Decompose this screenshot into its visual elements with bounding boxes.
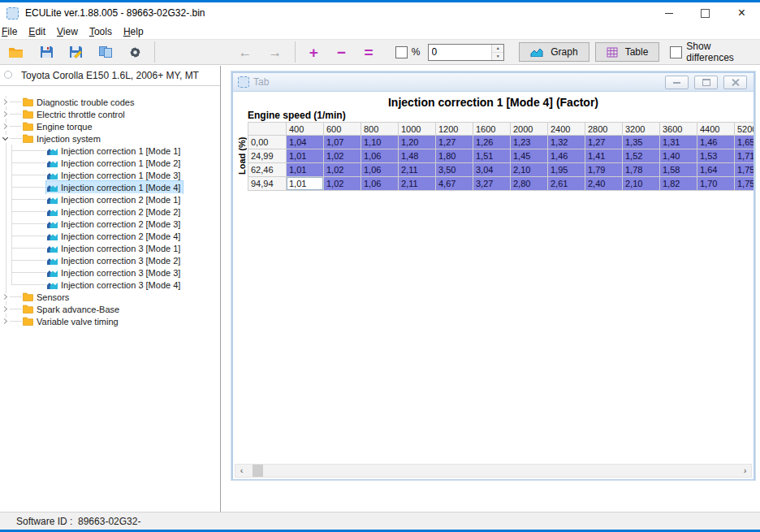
map-cell-r2c12[interactable]: 1,75 bbox=[735, 163, 754, 177]
col-header-2400[interactable]: 2400 bbox=[548, 123, 585, 136]
map-cell-r0c5[interactable]: 1,26 bbox=[473, 136, 511, 149]
map-cell-r0c8[interactable]: 1,27 bbox=[585, 136, 623, 149]
increase-button[interactable]: + bbox=[305, 43, 323, 62]
row-header-0-00[interactable]: 0,00 bbox=[248, 136, 287, 149]
expand-chevron-icon[interactable] bbox=[2, 110, 10, 119]
map-cell-r2c1[interactable]: 1,02 bbox=[324, 163, 361, 177]
tree-node-engine-torque[interactable]: Engine torque bbox=[22, 120, 95, 132]
map-cell-r1c12[interactable]: 1,71 bbox=[735, 149, 754, 163]
map-cell-r2c9[interactable]: 1,78 bbox=[623, 163, 660, 177]
row-header-94-94[interactable]: 94,94 bbox=[248, 177, 287, 191]
map-cell-r1c5[interactable]: 1,51 bbox=[473, 149, 511, 163]
tree-node-injection-correction-1-mode-2[interactable]: Injection correction 1 [Mode 2] bbox=[46, 157, 183, 169]
collapse-chevron-icon[interactable] bbox=[2, 135, 10, 143]
map-cell-r0c9[interactable]: 1,35 bbox=[623, 136, 660, 149]
tree-item-injection-correction-3-mode-1[interactable]: Injection correction 3 [Mode 1] bbox=[0, 242, 220, 254]
settings-button[interactable] bbox=[127, 44, 144, 61]
show-differences-checkbox[interactable] bbox=[670, 46, 682, 58]
map-cell-r1c2[interactable]: 1,06 bbox=[361, 149, 399, 163]
tree-item-injection-correction-3-mode-2[interactable]: Injection correction 3 [Mode 2] bbox=[0, 254, 220, 266]
map-cell-r1c0[interactable]: 1,01 bbox=[287, 149, 324, 163]
minimize-button[interactable] bbox=[650, 2, 687, 24]
tree-item-diagnostic-trouble-codes[interactable]: Diagnostic trouble codes bbox=[0, 96, 220, 108]
map-cell-r2c7[interactable]: 1,95 bbox=[548, 163, 585, 177]
map-cell-r3c7[interactable]: 2,61 bbox=[548, 177, 585, 191]
map-cell-r2c4[interactable]: 3,50 bbox=[436, 163, 473, 177]
tree-node-spark-advance-base[interactable]: Spark advance-Base bbox=[22, 303, 122, 315]
map-cell-r3c11[interactable]: 1,70 bbox=[697, 177, 735, 191]
map-cell-r0c1[interactable]: 1,07 bbox=[324, 136, 361, 149]
map-cell-r0c7[interactable]: 1,32 bbox=[548, 136, 585, 149]
forward-button[interactable]: → bbox=[266, 44, 284, 61]
tree-item-injection-correction-2-mode-2[interactable]: Injection correction 2 [Mode 2] bbox=[0, 205, 220, 218]
map-cell-r2c10[interactable]: 1,58 bbox=[660, 163, 697, 177]
map-cell-r3c12[interactable]: 1,75 bbox=[735, 177, 754, 191]
tree-node-electric-throttle-control[interactable]: Electric throttle control bbox=[22, 108, 127, 120]
tree-item-engine-torque[interactable]: Engine torque bbox=[0, 120, 220, 132]
tab-close-button[interactable] bbox=[723, 76, 747, 89]
tree-node-injection-correction-3-mode-3[interactable]: Injection correction 3 [Mode 3] bbox=[46, 266, 183, 279]
tree-node-injection-correction-1-mode-1[interactable]: Injection correction 1 [Mode 1] bbox=[46, 145, 183, 157]
map-cell-r0c11[interactable]: 1,46 bbox=[697, 136, 735, 149]
map-cell-r2c2[interactable]: 1,06 bbox=[361, 163, 399, 177]
map-cell-r3c3[interactable]: 2,11 bbox=[399, 177, 436, 191]
scroll-right-arrow[interactable]: › bbox=[739, 465, 751, 477]
expand-chevron-icon[interactable] bbox=[2, 123, 10, 131]
map-cell-r3c6[interactable]: 2,80 bbox=[511, 177, 548, 191]
tree-node-injection-correction-2-mode-2[interactable]: Injection correction 2 [Mode 2] bbox=[46, 205, 183, 218]
map-cell-r3c10[interactable]: 1,82 bbox=[660, 177, 697, 191]
tree-node-diagnostic-trouble-codes[interactable]: Diagnostic trouble codes bbox=[22, 96, 136, 108]
map-cell-r0c12[interactable]: 1,65 bbox=[735, 136, 754, 149]
col-header-4400[interactable]: 4400 bbox=[697, 123, 735, 136]
table-button[interactable]: Table bbox=[595, 42, 660, 62]
col-header-1000[interactable]: 1000 bbox=[399, 123, 436, 136]
spin-down-button[interactable]: ▼ bbox=[492, 53, 503, 60]
map-cell-r2c11[interactable]: 1,64 bbox=[697, 163, 735, 177]
tree-item-injection-correction-3-mode-4[interactable]: Injection correction 3 [Mode 4] bbox=[0, 279, 220, 291]
save-button[interactable] bbox=[38, 44, 55, 60]
tree-item-injection-correction-2-mode-4[interactable]: Injection correction 2 [Mode 4] bbox=[0, 230, 220, 242]
expand-chevron-icon[interactable] bbox=[2, 293, 10, 301]
menu-tools[interactable]: Tools bbox=[84, 26, 118, 37]
tree-item-injection-correction-2-mode-3[interactable]: Injection correction 2 [Mode 3] bbox=[0, 218, 220, 230]
menu-file[interactable]: File bbox=[0, 26, 23, 37]
tree-node-injection-correction-3-mode-4[interactable]: Injection correction 3 [Mode 4] bbox=[46, 279, 183, 291]
map-cell-r3c5[interactable]: 3,27 bbox=[473, 177, 511, 191]
map-cell-r2c3[interactable]: 2,11 bbox=[399, 163, 436, 177]
map-cell-r0c10[interactable]: 1,31 bbox=[660, 136, 697, 149]
decrease-button[interactable]: − bbox=[332, 43, 350, 62]
tree-node-variable-valve-timing[interactable]: Variable valve timing bbox=[22, 315, 121, 327]
col-header-1600[interactable]: 1600 bbox=[473, 123, 511, 136]
map-cell-r3c9[interactable]: 2,10 bbox=[623, 177, 660, 191]
menu-edit[interactable]: Edit bbox=[23, 26, 51, 37]
tree-node-injection-correction-1-mode-3[interactable]: Injection correction 1 [Mode 3] bbox=[46, 169, 183, 181]
row-header-62-46[interactable]: 62,46 bbox=[248, 163, 287, 177]
map-cell-r1c10[interactable]: 1,40 bbox=[660, 149, 697, 163]
scroll-left-arrow[interactable]: ‹ bbox=[235, 465, 248, 477]
map-cell-r0c2[interactable]: 1,10 bbox=[361, 136, 399, 149]
compare-button[interactable] bbox=[97, 44, 114, 60]
scrollbar-track[interactable] bbox=[248, 465, 739, 477]
map-cell-r1c4[interactable]: 1,80 bbox=[436, 149, 473, 163]
tree-item-spark-advance-base[interactable]: Spark advance-Base bbox=[0, 303, 220, 315]
col-header-400[interactable]: 400 bbox=[287, 123, 324, 136]
equals-button[interactable]: = bbox=[360, 43, 378, 62]
map-cell-r2c6[interactable]: 2,10 bbox=[511, 163, 548, 177]
map-cell-r3c2[interactable]: 1,06 bbox=[361, 177, 399, 191]
tree-item-sensors[interactable]: Sensors bbox=[0, 291, 220, 303]
tab-minimize-button[interactable] bbox=[665, 76, 689, 89]
map-cell-r1c8[interactable]: 1,41 bbox=[585, 149, 623, 163]
expand-chevron-icon[interactable] bbox=[2, 305, 10, 314]
close-button[interactable]: × bbox=[723, 2, 760, 24]
map-cell-r3c1[interactable]: 1,02 bbox=[324, 177, 361, 191]
info-icon[interactable] bbox=[4, 71, 12, 79]
col-header-3200[interactable]: 3200 bbox=[623, 123, 660, 136]
scrollbar-thumb[interactable] bbox=[253, 465, 263, 477]
col-header-5200[interactable]: 5200 bbox=[735, 123, 754, 136]
save-as-button[interactable] bbox=[67, 44, 84, 60]
tree-item-injection-correction-2-mode-1[interactable]: Injection correction 2 [Mode 1] bbox=[0, 193, 220, 205]
expand-chevron-icon[interactable] bbox=[2, 318, 10, 326]
map-cell-r2c8[interactable]: 1,79 bbox=[585, 163, 623, 177]
back-button[interactable]: ← bbox=[236, 44, 254, 61]
tree-node-injection-correction-3-mode-1[interactable]: Injection correction 3 [Mode 1] bbox=[46, 242, 183, 254]
